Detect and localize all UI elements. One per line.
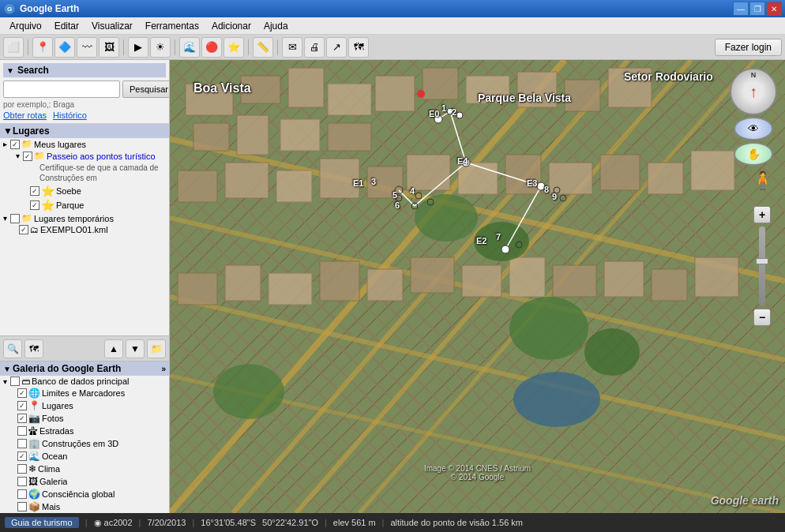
gallery-item-9[interactable]: 🌍 Consciência global bbox=[0, 488, 169, 500]
toolbar-button-placemark[interactable]: 📍 bbox=[32, 37, 53, 58]
toolbar-button-view[interactable]: ⬜ bbox=[3, 37, 24, 58]
buildings-icon: 🏢 bbox=[28, 438, 40, 449]
zoom-slider[interactable] bbox=[759, 227, 765, 305]
zoom-to-button[interactable]: 🔍 bbox=[3, 339, 22, 358]
my-places-checkbox[interactable] bbox=[10, 140, 20, 149]
toolbar-button-tour[interactable]: ▶ bbox=[128, 37, 148, 58]
zoom-out-button[interactable]: − bbox=[753, 309, 771, 326]
ocean-checkbox[interactable] bbox=[17, 451, 27, 461]
street-view-person[interactable]: 🧍 bbox=[752, 170, 773, 191]
toolbar-button-share[interactable]: ↗ bbox=[326, 37, 347, 58]
minimize-button[interactable]: — bbox=[733, 2, 749, 16]
temp-places-checkbox[interactable] bbox=[10, 214, 20, 223]
gallery-item-4[interactable]: 🛣 Estradas bbox=[0, 425, 169, 437]
toolbar-button-email[interactable]: ✉ bbox=[282, 37, 302, 58]
borders-icon: 🌐 bbox=[28, 388, 40, 399]
menu-editar[interactable]: Editar bbox=[48, 19, 85, 33]
borders-checkbox[interactable] bbox=[17, 388, 27, 398]
toolbar-separator-2 bbox=[123, 39, 124, 55]
gallery-header[interactable]: ▼ Galeria do Google Earth » bbox=[0, 362, 169, 376]
move-up-button[interactable]: ▲ bbox=[104, 339, 123, 358]
passeio-label: Passeio aos pontos turístico bbox=[47, 152, 156, 161]
soebe-item[interactable]: ⭐ Soebe bbox=[0, 184, 169, 198]
show-in-google-maps[interactable]: 🗺 bbox=[24, 339, 43, 358]
compass-ring[interactable]: N ↑ bbox=[730, 68, 777, 115]
gallery-g-checkbox[interactable] bbox=[17, 477, 27, 486]
toolbar-button-mars[interactable]: 🔴 bbox=[201, 37, 222, 58]
restore-button[interactable]: ❐ bbox=[749, 2, 765, 16]
zoom-in-button[interactable]: + bbox=[753, 206, 771, 223]
svg-text:G: G bbox=[7, 6, 12, 13]
temp-folder-icon: 📁 bbox=[21, 213, 32, 223]
move-down-button[interactable]: ▼ bbox=[126, 339, 145, 358]
hand-mode-button[interactable]: ✋ bbox=[734, 142, 773, 166]
soebe-checkbox[interactable] bbox=[30, 186, 39, 196]
search-input[interactable] bbox=[3, 81, 120, 98]
guia-button[interactable]: Guia de turismo bbox=[5, 517, 79, 528]
look-mode-button[interactable]: 👁 bbox=[734, 117, 773, 140]
toolbar-button-sky[interactable]: ⭐ bbox=[223, 37, 244, 58]
exemplo-item[interactable]: 🗂 EXEMPLO01.kml bbox=[0, 224, 169, 235]
gallery-item-5[interactable]: 🏢 Construções em 3D bbox=[0, 437, 169, 450]
awareness-label: Consciência global bbox=[42, 489, 115, 499]
temp-places-item[interactable]: ▾ 📁 Lugares temporários bbox=[0, 212, 169, 224]
menu-adicionar[interactable]: Adicionar bbox=[205, 19, 257, 33]
passeio-checkbox[interactable] bbox=[23, 152, 32, 161]
toolbar-button-sun[interactable]: ☀ bbox=[150, 37, 171, 58]
places-header[interactable]: ▼ Lugares bbox=[0, 124, 169, 138]
search-button[interactable]: Pesquisar bbox=[122, 81, 170, 98]
parque-checkbox[interactable] bbox=[30, 200, 39, 210]
gallery-item-10[interactable]: 📦 Mais bbox=[0, 500, 169, 513]
more-checkbox[interactable] bbox=[17, 502, 27, 511]
gallery-item-8[interactable]: 🖼 Galeria bbox=[0, 475, 169, 488]
my-places-item[interactable]: ▸ 📁 Meus lugares bbox=[0, 138, 169, 150]
toolbar-button-print[interactable]: 🖨 bbox=[304, 37, 325, 58]
parque-item[interactable]: ⭐ Parque bbox=[0, 198, 169, 212]
more-icon: 📦 bbox=[28, 501, 40, 512]
parque-marker-icon: ⭐ bbox=[41, 199, 54, 212]
menu-ferramentas[interactable]: Ferramentas bbox=[139, 19, 205, 33]
gallery-item-2[interactable]: 📍 Lugares bbox=[0, 399, 169, 412]
menu-arquivo[interactable]: Arquivo bbox=[3, 19, 48, 33]
photos-checkbox[interactable] bbox=[17, 414, 27, 423]
exemplo-checkbox[interactable] bbox=[19, 225, 28, 234]
places-arrow-icon: ▼ bbox=[3, 126, 13, 137]
places-g-checkbox[interactable] bbox=[17, 401, 27, 410]
map-area[interactable]: Boa Vista Setor Rodoviario Parque Bela V… bbox=[170, 60, 785, 513]
gallery-item-0[interactable]: ▾ 🗃 Banco de dados principal bbox=[0, 376, 169, 387]
login-button[interactable]: Fazer login bbox=[715, 39, 782, 56]
search-links: Obter rotas Histórico bbox=[3, 111, 166, 120]
gallery-item-7[interactable]: ❄ Clima bbox=[0, 463, 169, 475]
toolbar-button-image[interactable]: 🖼 bbox=[99, 37, 119, 58]
toolbar-button-map-options[interactable]: 🗺 bbox=[348, 37, 369, 58]
toolbar-button-ruler[interactable]: 📏 bbox=[253, 37, 273, 58]
toolbar-button-path[interactable]: 〰 bbox=[77, 37, 97, 58]
gallery-expand-icon[interactable]: » bbox=[161, 365, 166, 373]
passeio-item[interactable]: ▾ 📁 Passeio aos pontos turístico bbox=[0, 150, 169, 162]
toolbar-button-polygon[interactable]: 🔷 bbox=[54, 37, 75, 58]
expand-icon-db: ▾ bbox=[3, 377, 7, 386]
close-button[interactable]: ✕ bbox=[766, 2, 782, 16]
get-routes-link[interactable]: Obter rotas bbox=[3, 111, 47, 120]
add-folder-button[interactable]: 📁 bbox=[147, 339, 166, 358]
awareness-checkbox[interactable] bbox=[17, 489, 27, 499]
history-link[interactable]: Histórico bbox=[53, 111, 87, 120]
roads-checkbox[interactable] bbox=[17, 426, 27, 436]
zoom-thumb[interactable] bbox=[756, 258, 768, 264]
gallery-item-1[interactable]: 🌐 Limites e Marcadores bbox=[0, 387, 169, 399]
main-layout: ▼ Search Pesquisar por exemplo,: Braga O… bbox=[0, 60, 785, 513]
ocean-label: Ocean bbox=[42, 451, 67, 461]
climate-checkbox[interactable] bbox=[17, 464, 27, 474]
buildings-checkbox[interactable] bbox=[17, 439, 27, 448]
menu-ajuda[interactable]: Ajuda bbox=[257, 19, 295, 33]
awareness-icon: 🌍 bbox=[28, 489, 40, 500]
search-header[interactable]: ▼ Search bbox=[3, 63, 166, 77]
exemplo-file-icon: 🗂 bbox=[30, 225, 39, 234]
toolbar-button-ocean[interactable]: 🌊 bbox=[179, 37, 200, 58]
navigation-compass[interactable]: N ↑ 👁 ✋ bbox=[730, 68, 777, 167]
db-checkbox[interactable] bbox=[10, 377, 20, 386]
gallery-item-3[interactable]: 📷 Fotos bbox=[0, 412, 169, 425]
gallery-item-6[interactable]: 🌊 Ocean bbox=[0, 450, 169, 463]
toolbar-separator-3 bbox=[175, 39, 175, 55]
menu-visualizar[interactable]: Visualizar bbox=[85, 19, 139, 33]
